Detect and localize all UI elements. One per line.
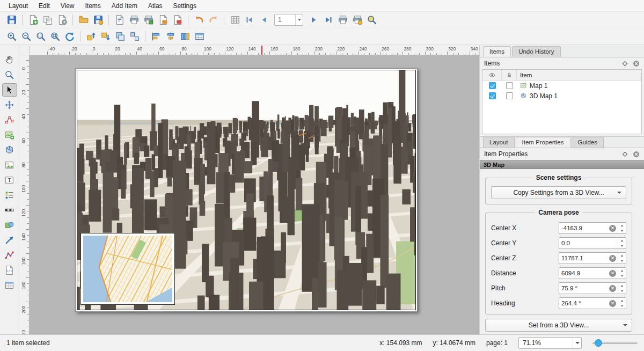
atlas-settings-grid-button[interactable]	[228, 13, 242, 27]
spin-up-icon[interactable]: ▲	[618, 223, 626, 228]
add-3d-map-button[interactable]	[2, 143, 17, 157]
undo-button[interactable]	[192, 13, 206, 27]
spin-buttons[interactable]: ▲▼	[618, 298, 626, 309]
overview-map-item[interactable]	[80, 233, 175, 305]
menu-edit[interactable]: Edit	[33, 1, 55, 11]
spin-down-icon[interactable]: ▼	[618, 303, 626, 309]
panel-tab-item-properties[interactable]: Item Properties	[516, 137, 570, 148]
spinbox-value[interactable]: 6094.9	[559, 270, 609, 276]
spinbox-value[interactable]: -4163.9	[559, 225, 609, 231]
add-html-button[interactable]: </>	[2, 264, 17, 277]
zoom-in-button[interactable]	[4, 30, 19, 43]
print-button[interactable]	[127, 13, 141, 27]
zoom-full-button[interactable]	[48, 30, 62, 43]
clear-value-icon[interactable]: ✕	[609, 270, 616, 277]
clear-value-icon[interactable]: ✕	[609, 225, 616, 232]
distribute-hspace-button[interactable]	[178, 30, 192, 43]
set-from-3d-view-button[interactable]: Set from a 3D View...	[485, 319, 632, 332]
raise-items-button[interactable]	[84, 30, 98, 43]
spin-down-icon[interactable]: ▼	[618, 258, 626, 264]
atlas-page-combo[interactable]: 1	[274, 14, 303, 26]
spin-buttons[interactable]: ▲▼	[618, 268, 626, 279]
export-atlas-button[interactable]	[350, 13, 364, 27]
open-folder-button[interactable]	[76, 13, 91, 27]
float-panel-icon[interactable]	[621, 60, 628, 67]
spinbox-value[interactable]: 0.0	[559, 240, 618, 246]
clear-value-icon[interactable]: ✕	[609, 300, 616, 307]
resize-items-button[interactable]	[192, 30, 207, 43]
spin-up-icon[interactable]: ▲	[618, 298, 626, 303]
spin-down-icon[interactable]: ▼	[618, 228, 626, 233]
layout-canvas[interactable]	[30, 55, 479, 334]
clear-value-icon[interactable]: ✕	[609, 285, 616, 292]
refresh-button[interactable]	[62, 30, 77, 43]
zoom-actual-button[interactable]: 1:1	[33, 30, 48, 43]
print-atlas-button[interactable]	[335, 13, 350, 27]
layout-page[interactable]	[75, 68, 418, 312]
spinbox[interactable]: 264.4 °✕▲▼	[559, 297, 626, 309]
atlas-last-button[interactable]	[321, 13, 335, 27]
panel-tab-guides[interactable]: Guides	[572, 137, 604, 148]
spin-up-icon[interactable]: ▲	[618, 283, 626, 288]
spin-buttons[interactable]: ▲▼	[618, 283, 626, 294]
panel-tab-items[interactable]: Items	[483, 46, 511, 57]
atlas-prev-button[interactable]	[257, 13, 271, 27]
spin-up-icon[interactable]: ▲	[618, 253, 626, 258]
spinbox[interactable]: 11787.1✕▲▼	[559, 252, 626, 264]
add-label-button[interactable]: T	[2, 173, 17, 187]
edit-nodes-button[interactable]	[2, 113, 17, 127]
atlas-first-button[interactable]	[242, 13, 257, 27]
menu-layout[interactable]: Layout	[3, 1, 33, 11]
spin-up-icon[interactable]: ▲	[618, 238, 626, 243]
preview-atlas-button[interactable]	[364, 13, 379, 27]
horizontal-ruler[interactable]: -40-200204060801001201401601802002202402…	[30, 46, 479, 55]
zoom-tool-button[interactable]	[2, 68, 17, 82]
add-arrow-button[interactable]	[2, 233, 17, 247]
spin-buttons[interactable]: ▲▼	[618, 223, 626, 233]
lock-checkbox[interactable]	[506, 82, 513, 89]
add-picture-button[interactable]	[2, 158, 17, 172]
spin-buttons[interactable]: ▲▼	[618, 253, 626, 264]
move-item-content-button[interactable]	[2, 98, 17, 112]
3d-map-item[interactable]	[77, 70, 416, 310]
new-layout-button[interactable]	[26, 13, 40, 27]
item-row-3d-map-1[interactable]: 3D Map 1	[482, 91, 641, 101]
add-legend-button[interactable]	[2, 188, 17, 202]
atlas-next-button[interactable]	[306, 13, 321, 27]
align-left-button[interactable]	[149, 30, 163, 43]
group-items-button[interactable]	[113, 30, 127, 43]
layout-manager-button[interactable]	[55, 13, 69, 27]
align-center-button[interactable]	[163, 30, 178, 43]
redo-button[interactable]	[206, 13, 221, 27]
zoom-out-button[interactable]	[19, 30, 33, 43]
panel-tab-layout[interactable]: Layout	[483, 137, 515, 148]
menu-items[interactable]: Items	[80, 1, 106, 11]
zoom-slider[interactable]	[592, 339, 638, 347]
add-shape-button[interactable]	[2, 218, 17, 232]
visibility-checkbox[interactable]	[489, 92, 496, 99]
menu-atlas[interactable]: Atlas	[143, 1, 168, 11]
menu-settings[interactable]: Settings	[168, 1, 202, 11]
select-move-item-button[interactable]	[2, 83, 17, 97]
vertical-ruler[interactable]: 020406080100120140160180200220	[19, 55, 30, 334]
clear-value-icon[interactable]: ✕	[609, 255, 616, 262]
export-image-button[interactable]	[141, 13, 156, 27]
visibility-checkbox[interactable]	[489, 82, 496, 89]
menu-add-item[interactable]: Add Item	[106, 1, 143, 11]
spinbox[interactable]: 0.0▲▼	[559, 237, 626, 249]
spinbox-value[interactable]: 264.4 °	[559, 300, 609, 306]
add-attribute-table-button[interactable]	[2, 279, 17, 292]
add-scalebar-button[interactable]	[2, 203, 17, 217]
save-as-template-button[interactable]	[91, 13, 105, 27]
close-panel-icon[interactable]	[633, 151, 640, 158]
float-panel-icon[interactable]	[621, 151, 628, 158]
pan-layout-button[interactable]	[2, 53, 17, 67]
zoom-combo[interactable]: 71.1%	[518, 337, 582, 349]
close-panel-icon[interactable]	[633, 60, 640, 67]
spinbox-value[interactable]: 75.9 °	[559, 285, 609, 291]
spin-down-icon[interactable]: ▼	[618, 243, 626, 248]
panel-tab-undo-history[interactable]: Undo History	[512, 46, 560, 57]
spin-down-icon[interactable]: ▼	[618, 273, 626, 279]
save-button[interactable]	[4, 13, 19, 27]
spinbox[interactable]: 6094.9✕▲▼	[559, 267, 626, 279]
